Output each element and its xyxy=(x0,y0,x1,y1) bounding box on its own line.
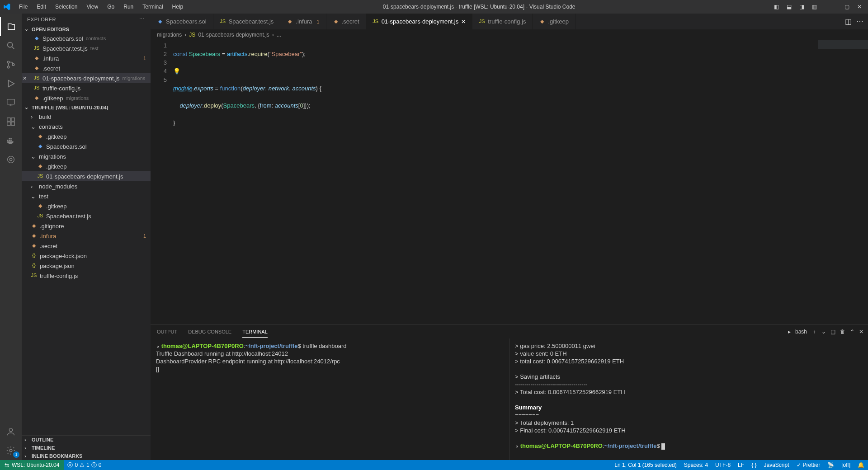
accounts-icon[interactable] xyxy=(0,422,22,441)
maximize-panel-icon[interactable]: ⌃ xyxy=(850,329,854,335)
close-tab-icon[interactable]: ✕ xyxy=(461,19,466,25)
terminal-shell-icon[interactable]: ▸ xyxy=(788,329,791,335)
extensions-icon[interactable] xyxy=(0,112,22,131)
editor-tab[interactable]: JStruffle-config.js xyxy=(472,14,533,29)
file-item[interactable]: ◆.gitignore xyxy=(22,221,151,231)
terminal-right[interactable]: > gas price: 2.500000011 gwei > value se… xyxy=(509,338,868,460)
file-item[interactable]: ◆Spacebears.sol xyxy=(22,141,151,151)
run-debug-icon[interactable] xyxy=(0,74,22,93)
terminal-left[interactable]: ∘ thomas@LAPTOP-4B70P0RO:~/nft-project/t… xyxy=(151,338,509,460)
new-terminal-icon[interactable]: ＋ xyxy=(811,328,817,336)
code-content[interactable]: const Spacebears = artifacts.require("Sp… xyxy=(173,40,868,324)
folder-item[interactable]: ›build xyxy=(22,112,151,122)
panel-tab-debug[interactable]: DEBUG CONSOLE xyxy=(188,326,231,337)
language-mode[interactable]: JavaScript xyxy=(760,462,793,468)
open-editor-item[interactable]: JStruffle-config.js xyxy=(22,83,151,93)
file-item[interactable]: {}package-lock.json xyxy=(22,251,151,261)
problems-indicator[interactable]: ⓧ0 ⚠1 ⓘ0 xyxy=(64,461,105,469)
layout-custom-icon[interactable]: ▥ xyxy=(809,4,819,10)
kill-terminal-icon[interactable]: 🗑 xyxy=(840,329,845,335)
bookmarks-section[interactable]: ›INLINE BOOKMARKS xyxy=(22,452,151,460)
remote-indicator[interactable]: ⇆ WSL: Ubuntu-20.04 xyxy=(0,460,64,470)
file-item[interactable]: JS01-spacebears-deployment.js xyxy=(22,171,151,181)
radio-icon[interactable]: 📡 xyxy=(824,462,838,468)
minimap[interactable] xyxy=(818,40,868,49)
terminal-shell-label[interactable]: bash xyxy=(795,329,807,335)
menu-edit[interactable]: Edit xyxy=(33,2,50,12)
open-editors-section[interactable]: ⌄ OPEN EDITORS xyxy=(22,25,151,33)
eol[interactable]: LF xyxy=(734,462,748,468)
open-editor-item[interactable]: ✕JS01-spacebears-deployment.js migration… xyxy=(22,73,151,83)
close-panel-icon[interactable]: ✕ xyxy=(859,329,863,335)
open-editor-item[interactable]: ◆Spacebears.sol contracts xyxy=(22,33,151,43)
minimize-button[interactable]: ─ xyxy=(829,4,839,10)
brackets-icon[interactable]: { } xyxy=(748,462,760,468)
notifications-icon[interactable]: 🔔 xyxy=(854,462,868,468)
open-editor-item[interactable]: ◆.secret xyxy=(22,63,151,73)
cursor-position[interactable]: Ln 1, Col 1 (165 selected) xyxy=(611,462,680,468)
prettier-status[interactable]: ✓ Prettier xyxy=(793,462,824,468)
file-item[interactable]: {}package.json xyxy=(22,261,151,271)
terminal-dropdown-icon[interactable]: ⌄ xyxy=(821,329,826,335)
timeline-section[interactable]: ›TIMELINE xyxy=(22,444,151,452)
vscode-logo-icon xyxy=(0,3,14,10)
menu-help[interactable]: Help xyxy=(169,2,187,12)
svg-point-3 xyxy=(12,64,14,66)
open-editor-item[interactable]: ◆.gitkeep migrations xyxy=(22,93,151,103)
editor-tab[interactable]: ◆.gitkeep xyxy=(533,14,576,29)
menu-terminal[interactable]: Terminal xyxy=(139,2,166,12)
file-item[interactable]: ◆.gitkeep xyxy=(22,132,151,141)
workspace-section[interactable]: ⌄ TRUFFLE [WSL: UBUNTU-20.04] xyxy=(22,103,151,112)
code-editor[interactable]: 12345 const Spacebears = artifacts.requi… xyxy=(151,40,868,324)
close-icon[interactable]: ✕ xyxy=(23,75,27,81)
outline-section[interactable]: ›OUTLINE xyxy=(22,436,151,444)
split-terminal-icon[interactable]: ◫ xyxy=(830,329,835,335)
folder-item[interactable]: ⌄migrations xyxy=(22,151,151,161)
menu-file[interactable]: File xyxy=(15,2,31,12)
panel-tab-terminal[interactable]: TERMINAL xyxy=(242,326,268,338)
layout-left-icon[interactable]: ◧ xyxy=(771,4,781,10)
source-control-icon[interactable] xyxy=(0,55,22,74)
editor-tab[interactable]: ◆Spacebears.sol xyxy=(151,14,213,29)
split-editor-icon[interactable]: ◫ xyxy=(845,17,852,26)
settings-gear-icon[interactable]: 1 xyxy=(0,441,22,460)
file-item[interactable]: ◆.secret xyxy=(22,241,151,251)
off-indicator[interactable]: [off] xyxy=(838,462,854,468)
truffle-icon[interactable] xyxy=(0,150,22,169)
editor-tab[interactable]: JS01-spacebears-deployment.js✕ xyxy=(366,14,473,29)
open-editor-item[interactable]: JSSpacebear.test.js test xyxy=(22,43,151,53)
encoding[interactable]: UTF-8 xyxy=(712,462,734,468)
open-editor-item[interactable]: ◆.infura1 xyxy=(22,53,151,63)
layout-right-icon[interactable]: ◨ xyxy=(797,4,807,10)
editor-tab[interactable]: JSSpacebear.test.js xyxy=(213,14,281,29)
file-item[interactable]: JSSpacebear.test.js xyxy=(22,211,151,221)
menu-run[interactable]: Run xyxy=(120,2,137,12)
indentation[interactable]: Spaces: 4 xyxy=(680,462,712,468)
explorer-more-icon[interactable]: ⋯ xyxy=(139,16,145,22)
editor-tab[interactable]: ◆.infura1 xyxy=(280,14,326,29)
editor-tab[interactable]: ◆.secret xyxy=(326,14,366,29)
file-item[interactable]: JStruffle-config.js xyxy=(22,271,151,281)
svg-point-16 xyxy=(9,428,12,432)
menu-selection[interactable]: Selection xyxy=(52,2,81,12)
layout-bottom-icon[interactable]: ⬓ xyxy=(784,4,794,10)
window-title: 01-spacebears-deployment.js - truffle [W… xyxy=(187,4,771,10)
file-item[interactable]: ◆.gitkeep xyxy=(22,161,151,171)
panel-tab-output[interactable]: OUTPUT xyxy=(157,326,177,337)
more-actions-icon[interactable]: ⋯ xyxy=(856,17,863,26)
svg-point-0 xyxy=(8,42,13,47)
close-button[interactable]: ✕ xyxy=(854,4,864,10)
docker-icon[interactable] xyxy=(0,131,22,150)
menu-view[interactable]: View xyxy=(83,2,102,12)
folder-item[interactable]: ⌄contracts xyxy=(22,122,151,132)
folder-item[interactable]: ›node_modules xyxy=(22,181,151,191)
menu-go[interactable]: Go xyxy=(104,2,118,12)
maximize-button[interactable]: ▢ xyxy=(842,4,852,10)
folder-item[interactable]: ⌄test xyxy=(22,191,151,201)
breadcrumbs[interactable]: migrations› JS01-spacebears-deployment.j… xyxy=(151,29,868,40)
file-item[interactable]: ◆.infura1 xyxy=(22,231,151,241)
file-item[interactable]: ◆.gitkeep xyxy=(22,201,151,211)
search-icon[interactable] xyxy=(0,36,22,55)
remote-explorer-icon[interactable] xyxy=(0,93,22,112)
explorer-icon[interactable] xyxy=(0,17,22,36)
